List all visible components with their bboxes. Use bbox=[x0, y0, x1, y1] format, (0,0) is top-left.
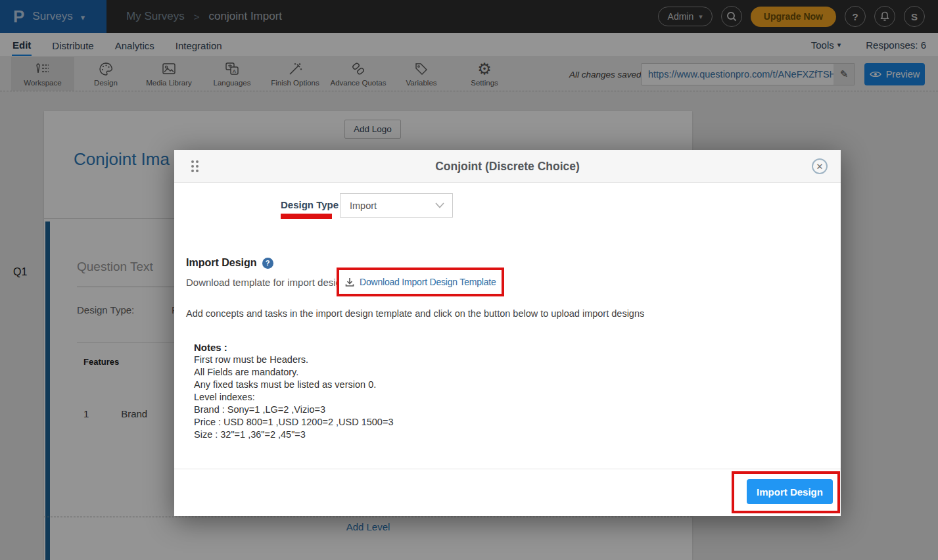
modal-footer-divider bbox=[174, 469, 841, 469]
import-instructions: Add concepts and tasks in the import des… bbox=[186, 308, 644, 319]
modal-header: Conjoint (Discrete Choice) ✕ bbox=[174, 150, 841, 183]
import-design-heading: Import Design ? bbox=[186, 257, 273, 269]
annotation-red-underline bbox=[281, 214, 332, 219]
download-import-design-template-link[interactable]: Download Import Design Template bbox=[360, 277, 496, 287]
import-design-button[interactable]: Import Design bbox=[747, 479, 833, 504]
notes-title: Notes : bbox=[194, 341, 393, 354]
help-icon[interactable]: ? bbox=[262, 258, 273, 269]
close-button[interactable]: ✕ bbox=[812, 158, 828, 174]
notes-line: All Fields are mandatory. bbox=[194, 366, 393, 379]
design-type-select[interactable]: Import bbox=[340, 193, 453, 218]
modal-title: Conjoint (Discrete Choice) bbox=[174, 150, 841, 183]
download-template-text: Download template for import design bbox=[186, 277, 346, 288]
notes-line: Level indexes: bbox=[194, 391, 393, 404]
chevron-down-icon bbox=[435, 202, 444, 208]
close-icon: ✕ bbox=[816, 162, 824, 172]
annotation-red-box: Download Import Design Template bbox=[337, 268, 504, 296]
notes-line: Price : USD 800=1 ,USD 1200=2 ,USD 1500=… bbox=[194, 416, 393, 429]
notes-line: Any fixed tasks must be listed as versio… bbox=[194, 379, 393, 391]
design-type-label: Design Type bbox=[281, 199, 339, 210]
notes-line: Size : 32"=1 ,36"=2 ,45"=3 bbox=[194, 429, 393, 441]
conjoint-settings-modal: Conjoint (Discrete Choice) ✕ Design Type… bbox=[174, 150, 841, 516]
download-icon bbox=[344, 277, 355, 287]
notes-block: Notes : First row must be Headers. All F… bbox=[194, 341, 393, 441]
design-type-selected-value: Import bbox=[340, 200, 435, 211]
notes-line: Brand : Sony=1 ,LG=2 ,Vizio=3 bbox=[194, 404, 393, 416]
notes-line: First row must be Headers. bbox=[194, 354, 393, 366]
